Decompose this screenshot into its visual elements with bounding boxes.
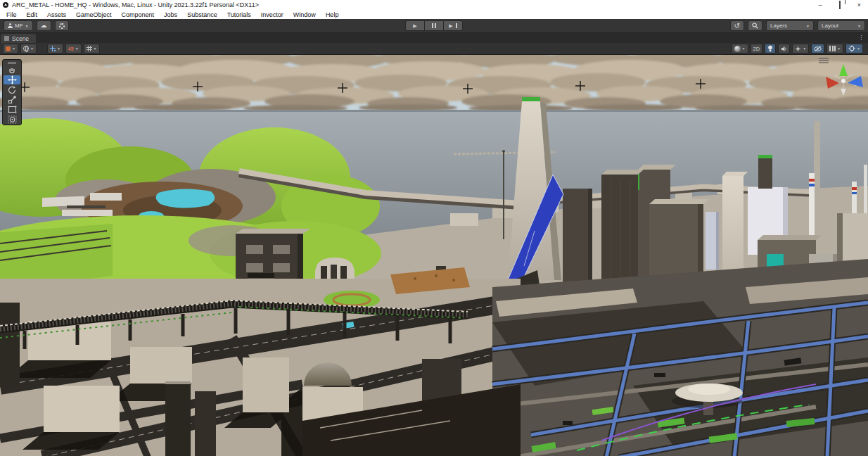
chevron-down-icon: ▼	[803, 46, 806, 51]
rotate-snap-icon: 45	[68, 46, 74, 51]
unity-logo-icon	[3, 2, 8, 8]
cloud-icon: ☁	[41, 23, 47, 29]
tab-scene[interactable]: Scene	[1, 34, 36, 43]
pause-button[interactable]	[424, 20, 443, 31]
layout-label: Layout	[822, 23, 838, 29]
menu-window[interactable]: Window	[288, 11, 321, 18]
menu-gameobject[interactable]: GameObject	[71, 11, 117, 18]
restore-icon	[839, 1, 841, 9]
account-initials: MF	[15, 23, 23, 29]
step-icon: ▶	[449, 23, 452, 28]
lake	[156, 189, 215, 208]
gizmo-target-icon	[848, 45, 855, 52]
scene-tab-icon	[4, 36, 9, 41]
step-button[interactable]: ▶	[443, 20, 463, 31]
minimize-button[interactable]: –	[819, 2, 822, 8]
play-button[interactable]: ▶	[405, 20, 424, 31]
menu-component[interactable]: Component	[117, 11, 160, 18]
move-snap-button[interactable]: ▼	[84, 44, 100, 53]
rotation-snap-button[interactable]: 45 ▼	[65, 44, 82, 53]
shaded-sphere-icon	[734, 46, 741, 52]
scene-visibility-toggle[interactable]	[811, 44, 824, 53]
scene-tab-label: Scene	[12, 35, 29, 42]
scene-lighting-toggle[interactable]	[765, 44, 776, 53]
2d-label: 2D	[753, 46, 760, 52]
columns-icon	[829, 46, 836, 51]
grid-snap-icon	[50, 46, 56, 51]
person-icon	[8, 23, 13, 28]
unity-editor-window: ARC_METAL - HOME_HQ - Windows, Mac, Linu…	[0, 0, 868, 456]
overlay-drag-handle[interactable]	[4, 61, 20, 65]
menu-invector[interactable]: Invector	[256, 11, 288, 18]
cloud-button[interactable]: ☁	[37, 20, 51, 31]
speaker-icon	[781, 46, 787, 52]
layers-dropdown[interactable]: Layers ▼	[766, 20, 814, 31]
close-button[interactable]: ×	[857, 2, 861, 8]
menu-jobs[interactable]: Jobs	[159, 11, 182, 18]
chevron-down-icon: ▼	[12, 46, 15, 51]
audio-toggle[interactable]	[778, 44, 790, 53]
search-icon	[752, 23, 758, 29]
menu-assets[interactable]: Assets	[42, 11, 71, 18]
scene-viewport[interactable]	[0, 55, 868, 456]
chevron-down-icon: ▼	[742, 46, 746, 51]
rect-tool[interactable]	[4, 105, 20, 114]
scene-render	[0, 55, 868, 456]
rotate-tool[interactable]	[4, 85, 20, 94]
move-icon	[8, 75, 17, 84]
restore-button[interactable]	[839, 2, 841, 8]
hand-icon	[7, 66, 17, 74]
play-icon: ▶	[413, 23, 416, 28]
tab-options-kebab-icon[interactable]: ⋮	[858, 34, 864, 41]
menu-substance[interactable]: Substance	[182, 11, 222, 18]
grid-snapping-button[interactable]: ▼	[47, 44, 63, 53]
layout-dropdown[interactable]: Layout ▼	[817, 20, 865, 31]
pause-icon	[432, 23, 436, 28]
transform-icon	[8, 115, 17, 124]
view-hand-tool[interactable]	[4, 65, 20, 75]
scale-tool[interactable]	[4, 95, 20, 104]
tool-settings-pivot-button[interactable]: ▼	[3, 44, 18, 53]
playmode-controls: ▶ ▶	[405, 20, 463, 31]
component-filter-dropdown[interactable]: ▼	[826, 44, 843, 53]
layers-label: Layers	[770, 23, 787, 29]
lightbulb-icon	[767, 45, 773, 52]
menu-help[interactable]: Help	[321, 11, 344, 18]
chevron-down-icon: ▼	[94, 46, 97, 51]
tab-bar: Scene ⋮	[0, 33, 868, 43]
window-title: ARC_METAL - HOME_HQ - Windows, Mac, Linu…	[12, 1, 259, 8]
chevron-down-icon: ▼	[30, 46, 34, 51]
main-toolbar: MF ▼ ☁ ▶ ▶ ↺	[0, 19, 868, 33]
rotate-icon	[8, 86, 16, 94]
streets-lower-right	[492, 259, 868, 456]
tool-handle-rotation-button[interactable]: ▼	[20, 44, 37, 53]
move-tool[interactable]	[4, 75, 20, 84]
transform-tool[interactable]	[4, 115, 20, 124]
gear-icon	[59, 23, 65, 29]
services-button[interactable]	[55, 20, 69, 31]
menu-edit[interactable]: Edit	[22, 11, 43, 18]
gizmos-dropdown[interactable]: ▼	[845, 44, 863, 53]
green-cap	[522, 97, 540, 101]
menu-file[interactable]: File	[1, 11, 22, 18]
eye-slash-icon	[814, 46, 822, 52]
account-dropdown[interactable]: MF ▼	[4, 20, 33, 31]
scale-icon	[8, 96, 16, 104]
effects-star-icon	[795, 46, 801, 52]
menu-bar: File Edit Assets GameObject Component Jo…	[0, 10, 868, 19]
draw-mode-dropdown[interactable]: ▼	[732, 44, 748, 53]
rect-icon	[8, 106, 17, 113]
undo-history-button[interactable]: ↺	[730, 20, 744, 31]
search-button[interactable]	[748, 20, 762, 31]
menu-tutorials[interactable]: Tutorials	[222, 11, 256, 18]
title-bar: ARC_METAL - HOME_HQ - Windows, Mac, Linu…	[0, 0, 868, 10]
history-icon: ↺	[734, 23, 740, 29]
effects-dropdown[interactable]: ▼	[792, 44, 809, 53]
mode-2d-toggle[interactable]: 2D	[751, 44, 763, 53]
scene-view-toolbar: ▼ ▼ ▼ 45 ▼ ▼ ▼ 2D	[0, 43, 868, 55]
chevron-down-icon: ▼	[857, 24, 861, 28]
chevron-down-icon: ▼	[57, 46, 60, 51]
move-snap-icon	[87, 46, 92, 51]
chevron-down-icon: ▼	[25, 24, 29, 28]
globe-icon	[23, 46, 29, 51]
